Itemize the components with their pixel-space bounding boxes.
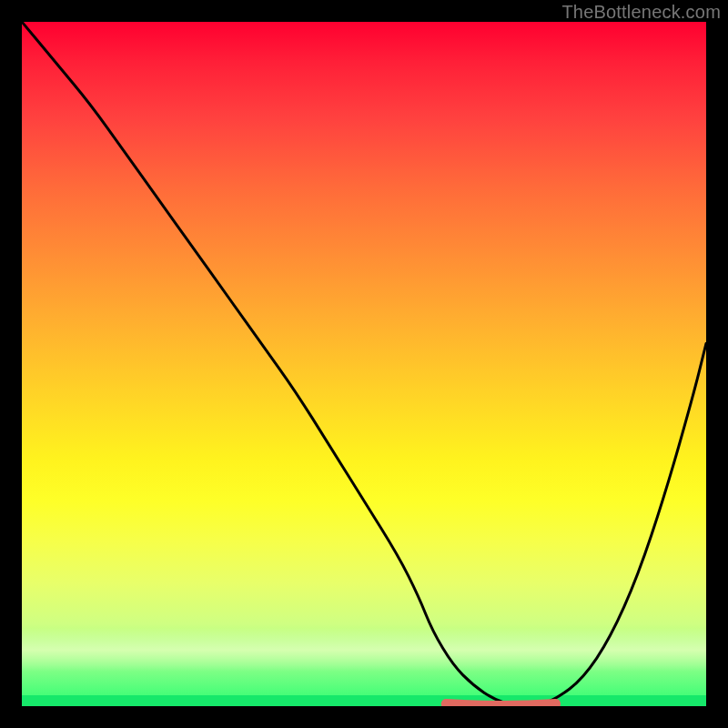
plot-area xyxy=(22,22,706,706)
curve-line xyxy=(22,22,706,706)
green-baseline xyxy=(22,695,706,706)
highlight-band xyxy=(22,628,706,672)
bottleneck-curve xyxy=(22,22,706,706)
chart-frame: TheBottleneck.com xyxy=(0,0,728,728)
watermark-text: TheBottleneck.com xyxy=(561,2,721,23)
